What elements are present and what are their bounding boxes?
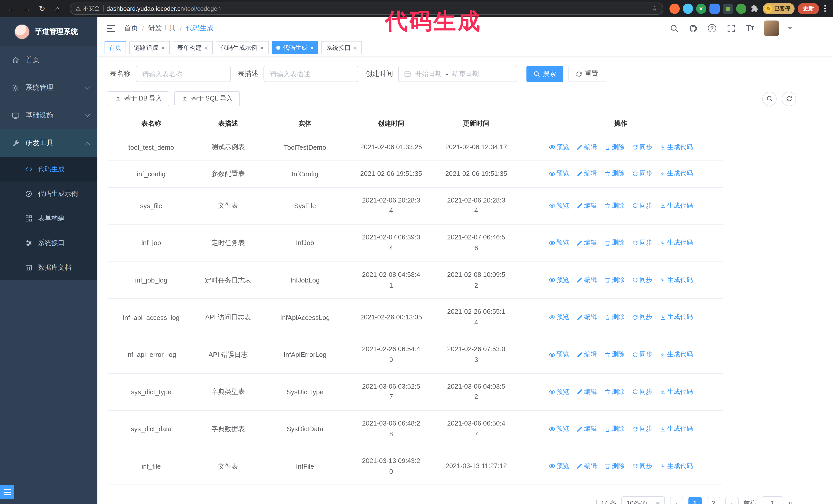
extension-icon-1[interactable] <box>669 3 680 14</box>
app-logo[interactable]: 芋道管理系统 <box>0 17 97 46</box>
import-sql-button[interactable]: 基于 SQL 导入 <box>174 91 240 106</box>
page-button-1[interactable]: 1 <box>688 497 701 504</box>
search-icon[interactable] <box>669 23 679 33</box>
sidebar-item-dev-tools[interactable]: 研发工具 <box>0 129 97 157</box>
edit-link[interactable]: 编辑 <box>576 425 597 433</box>
delete-link[interactable]: 删除 <box>604 313 625 322</box>
generate-code-link[interactable]: 生成代码 <box>660 276 693 285</box>
user-avatar[interactable] <box>764 21 779 36</box>
reload-icon[interactable]: ↻ <box>36 2 48 15</box>
edit-link[interactable]: 编辑 <box>576 350 597 359</box>
sync-link[interactable]: 同步 <box>632 169 652 178</box>
preview-link[interactable]: 预览 <box>549 387 569 396</box>
sidebar-collapse-button[interactable] <box>0 485 14 499</box>
delete-link[interactable]: 删除 <box>604 201 625 210</box>
delete-link[interactable]: 删除 <box>604 276 625 285</box>
generate-code-link[interactable]: 生成代码 <box>660 313 693 322</box>
bookmark-star-icon[interactable]: ☆ <box>651 5 658 12</box>
extension-icon-4[interactable] <box>709 3 719 14</box>
date-range-picker[interactable]: 开始日期 - 结束日期 <box>398 66 517 82</box>
delete-link[interactable]: 删除 <box>604 387 625 396</box>
home-icon[interactable]: ⌂ <box>51 2 64 15</box>
generate-code-link[interactable]: 生成代码 <box>660 350 693 359</box>
toggle-search-button[interactable] <box>762 92 777 106</box>
edit-link[interactable]: 编辑 <box>576 143 597 151</box>
browser-update-button[interactable]: 更新 <box>798 3 819 14</box>
sidebar-item-home[interactable]: 首页 <box>0 46 97 74</box>
generate-code-link[interactable]: 生成代码 <box>660 201 693 210</box>
prev-page-button[interactable]: ‹ <box>670 497 683 504</box>
tab-trace[interactable]: 链路追踪× <box>129 41 169 54</box>
forward-icon[interactable]: → <box>21 2 33 15</box>
tab-api[interactable]: 系统接口× <box>322 41 362 54</box>
sync-link[interactable]: 同步 <box>632 201 652 210</box>
edit-link[interactable]: 编辑 <box>576 313 597 322</box>
delete-link[interactable]: 删除 <box>604 350 625 359</box>
tab-codegen[interactable]: 代码生成× <box>272 41 318 54</box>
close-icon[interactable]: × <box>161 44 165 51</box>
generate-code-link[interactable]: 生成代码 <box>660 169 693 178</box>
sync-link[interactable]: 同步 <box>632 313 652 322</box>
generate-code-link[interactable]: 生成代码 <box>660 462 693 471</box>
generate-code-link[interactable]: 生成代码 <box>660 387 693 396</box>
sync-link[interactable]: 同步 <box>632 276 652 285</box>
reset-button[interactable]: 重置 <box>569 66 605 82</box>
sync-link[interactable]: 同步 <box>632 462 652 471</box>
browser-menu-icon[interactable] <box>822 5 828 12</box>
preview-link[interactable]: 预览 <box>549 238 569 247</box>
font-size-icon[interactable]: TT <box>745 23 755 33</box>
tab-codegen-example[interactable]: 代码生成示例× <box>216 41 268 54</box>
next-page-button[interactable]: › <box>725 497 738 504</box>
refresh-button[interactable] <box>782 92 796 106</box>
sync-link[interactable]: 同步 <box>632 350 652 359</box>
delete-link[interactable]: 删除 <box>604 238 625 247</box>
preview-link[interactable]: 预览 <box>549 462 569 471</box>
preview-link[interactable]: 预览 <box>549 143 569 151</box>
delete-link[interactable]: 删除 <box>604 462 625 471</box>
extension-icon-2[interactable] <box>683 3 693 14</box>
edit-link[interactable]: 编辑 <box>576 238 597 247</box>
breadcrumb-home[interactable]: 首页 <box>124 24 138 33</box>
delete-link[interactable]: 删除 <box>604 425 625 433</box>
preview-link[interactable]: 预览 <box>549 276 569 285</box>
goto-page-input[interactable] <box>761 497 783 504</box>
sync-link[interactable]: 同步 <box>632 387 652 396</box>
sidebar-item-db-docs[interactable]: 数据库文档 <box>0 255 97 280</box>
close-icon[interactable]: × <box>204 44 208 51</box>
sidebar-item-api[interactable]: 系统接口 <box>0 231 97 255</box>
profile-paused-chip[interactable]: ☺ 已暂停 <box>763 3 794 14</box>
preview-link[interactable]: 预览 <box>549 350 569 359</box>
sync-link[interactable]: 同步 <box>632 143 652 151</box>
preview-link[interactable]: 预览 <box>549 425 569 433</box>
edit-link[interactable]: 编辑 <box>576 387 597 396</box>
generate-code-link[interactable]: 生成代码 <box>660 238 693 247</box>
sidebar-item-codegen[interactable]: 代码生成 <box>0 157 97 182</box>
search-button[interactable]: 搜索 <box>526 66 563 82</box>
sync-link[interactable]: 同步 <box>632 238 652 247</box>
extension-icon-6[interactable] <box>736 3 746 14</box>
extension-icon-5[interactable] <box>722 3 733 14</box>
help-icon[interactable]: ? <box>707 23 717 33</box>
address-bar[interactable]: ⚠ 不安全 dashboard.yudao.iocoder.cn/tool/co… <box>70 2 663 15</box>
extensions-puzzle-icon[interactable] <box>749 3 759 14</box>
generate-code-link[interactable]: 生成代码 <box>660 143 693 151</box>
table-name-input[interactable] <box>136 66 231 82</box>
hamburger-icon[interactable] <box>104 23 117 33</box>
close-icon[interactable]: × <box>353 44 357 51</box>
close-icon[interactable]: × <box>260 44 264 51</box>
edit-link[interactable]: 编辑 <box>576 462 597 471</box>
preview-link[interactable]: 预览 <box>549 201 569 210</box>
sidebar-item-form-builder[interactable]: 表单构建 <box>0 206 97 231</box>
extension-icon-3[interactable]: V <box>696 3 706 14</box>
delete-link[interactable]: 删除 <box>604 169 625 178</box>
table-desc-input[interactable] <box>263 66 358 82</box>
breadcrumb-dev-tools[interactable]: 研发工具 <box>148 24 176 33</box>
preview-link[interactable]: 预览 <box>549 169 569 178</box>
sidebar-item-codegen-example[interactable]: 代码生成示例 <box>0 182 97 206</box>
sidebar-item-system[interactable]: 系统管理 <box>0 74 97 101</box>
edit-link[interactable]: 编辑 <box>576 276 597 285</box>
page-button-2[interactable]: 2 <box>707 497 720 504</box>
sync-link[interactable]: 同步 <box>632 425 652 433</box>
tab-home[interactable]: 首页 <box>104 41 126 54</box>
sidebar-item-infra[interactable]: 基础设施 <box>0 101 97 129</box>
